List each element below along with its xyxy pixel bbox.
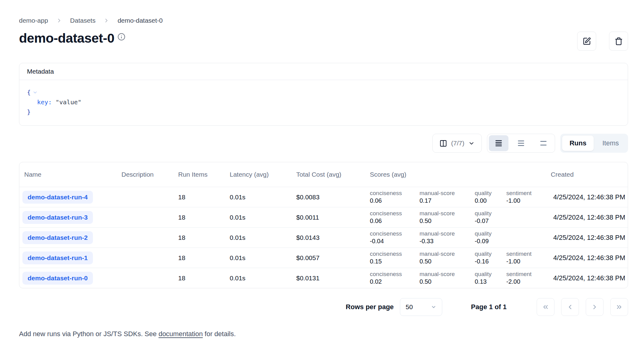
breadcrumb-item-datasets[interactable]: Datasets xyxy=(70,17,96,24)
chevrons-right-icon xyxy=(615,303,623,311)
column-header-latency: Latency (avg) xyxy=(225,171,291,178)
total-cost-cell: $0.0083 xyxy=(291,194,365,201)
info-icon[interactable] xyxy=(117,29,125,36)
column-header-created: Created xyxy=(546,171,628,178)
page-indicator: Page 1 of 1 xyxy=(471,303,507,311)
edit-pencil-icon xyxy=(583,37,591,45)
json-value: "value" xyxy=(56,98,81,106)
dataset-detail-page: demo-app Datasets demo-dataset-0 demo-da… xyxy=(0,0,644,357)
latency-cell: 0.01s xyxy=(225,194,291,201)
documentation-link[interactable]: documentation xyxy=(159,330,203,338)
chevron-right-icon xyxy=(56,17,62,24)
rows-dense-icon xyxy=(495,139,503,147)
run-items-cell: 18 xyxy=(173,274,225,282)
table-row: demo-dataset-run-1 18 0.01s $0.0057 conc… xyxy=(19,248,628,268)
next-page-button[interactable] xyxy=(586,298,604,316)
column-header-description: Description xyxy=(117,171,173,178)
column-header-run-items: Run Items xyxy=(173,171,225,178)
columns-icon xyxy=(439,140,447,147)
rows-medium-icon xyxy=(517,139,525,147)
sdk-hint-text: for details. xyxy=(203,330,236,338)
table-header-row: Name Description Run Items Latency (avg)… xyxy=(19,162,628,187)
latency-cell: 0.01s xyxy=(225,234,291,241)
first-page-button[interactable] xyxy=(537,298,554,316)
row-height-toggle-group xyxy=(487,134,555,153)
sdk-hint-text: Add new runs via Python or JS/TS SDKs. S… xyxy=(19,330,159,338)
page-title: demo-dataset-0 xyxy=(19,30,125,46)
json-line-close: } xyxy=(27,107,620,117)
breadcrumb-item-project[interactable]: demo-app xyxy=(19,17,48,24)
metadata-json-viewer: { key: "value" } xyxy=(19,80,628,125)
sdk-hint: Add new runs via Python or JS/TS SDKs. S… xyxy=(19,330,628,338)
column-visibility-button[interactable]: (7/7) xyxy=(432,134,482,153)
table-row: demo-dataset-run-4 18 0.01s $0.0083 conc… xyxy=(19,187,628,207)
rows-per-page-select[interactable]: 50 xyxy=(400,298,442,316)
run-link[interactable]: demo-dataset-run-3 xyxy=(22,211,93,224)
created-cell: 4/25/2024, 12:46:38 PM xyxy=(546,213,628,221)
scores-cell: conciseness-0.04 manual-score-0.33 quali… xyxy=(365,230,546,245)
json-key: key: xyxy=(37,98,52,106)
total-cost-cell: $0.0057 xyxy=(291,254,365,262)
chevron-down-icon xyxy=(468,140,475,147)
run-link[interactable]: demo-dataset-run-2 xyxy=(22,231,93,244)
run-link[interactable]: demo-dataset-run-1 xyxy=(22,251,93,264)
title-row: demo-dataset-0 xyxy=(19,30,628,51)
runs-items-tab-group: Runs Items xyxy=(560,134,628,153)
json-open-brace: { xyxy=(27,89,31,96)
created-cell: 4/25/2024, 12:46:38 PM xyxy=(546,254,628,262)
table-row: demo-dataset-run-0 18 0.01s $0.0131 conc… xyxy=(19,268,628,288)
tab-items[interactable]: Items xyxy=(595,136,626,151)
total-cost-cell: $0.0143 xyxy=(291,234,365,241)
run-items-cell: 18 xyxy=(173,254,225,262)
table-row: demo-dataset-run-3 18 0.01s $0.0011 conc… xyxy=(19,207,628,227)
column-visibility-count: (7/7) xyxy=(451,140,464,147)
table-row: demo-dataset-run-2 18 0.01s $0.0143 conc… xyxy=(19,227,628,248)
delete-dataset-button[interactable] xyxy=(609,32,628,51)
chevron-right-icon xyxy=(103,17,109,24)
latency-cell: 0.01s xyxy=(225,254,291,262)
page-actions xyxy=(577,32,628,51)
column-header-scores: Scores (avg) xyxy=(365,171,546,178)
scores-cell: conciseness0.02 manual-score0.50 quality… xyxy=(365,271,546,286)
metadata-card: Metadata { key: "value" } xyxy=(19,63,628,126)
row-height-medium-button[interactable] xyxy=(511,135,531,151)
created-cell: 4/25/2024, 12:46:38 PM xyxy=(546,274,628,282)
row-height-small-button[interactable] xyxy=(489,135,508,151)
json-line-entry: key: "value" xyxy=(27,97,620,107)
column-header-total-cost: Total Cost (avg) xyxy=(291,171,365,178)
total-cost-cell: $0.0131 xyxy=(291,274,365,282)
breadcrumb-item-current[interactable]: demo-dataset-0 xyxy=(117,17,163,24)
run-items-cell: 18 xyxy=(173,234,225,241)
run-items-cell: 18 xyxy=(173,214,225,221)
edit-dataset-button[interactable] xyxy=(577,32,596,51)
column-header-name: Name xyxy=(19,171,117,178)
created-cell: 4/25/2024, 12:46:38 PM xyxy=(546,193,628,201)
run-link[interactable]: demo-dataset-run-4 xyxy=(22,191,93,204)
scores-cell: conciseness0.15 manual-score0.50 quality… xyxy=(365,250,546,265)
runs-table: Name Description Run Items Latency (avg)… xyxy=(19,162,628,288)
scores-cell: conciseness0.06 manual-score0.50 quality… xyxy=(365,210,546,225)
chevron-left-icon xyxy=(566,303,574,311)
row-height-large-button[interactable] xyxy=(534,135,553,151)
json-line-open: { xyxy=(27,87,620,97)
json-collapse-chevron-icon[interactable] xyxy=(33,90,38,95)
rows-loose-icon xyxy=(539,139,547,147)
created-cell: 4/25/2024, 12:46:38 PM xyxy=(546,234,628,242)
breadcrumb: demo-app Datasets demo-dataset-0 xyxy=(19,17,628,24)
chevron-down-icon xyxy=(431,304,436,310)
json-close-brace: } xyxy=(27,108,31,116)
pager-buttons xyxy=(537,298,628,316)
trash-icon xyxy=(615,37,623,45)
tab-runs[interactable]: Runs xyxy=(562,136,594,151)
latency-cell: 0.01s xyxy=(225,214,291,221)
metadata-card-title: Metadata xyxy=(19,63,628,80)
scores-cell: conciseness0.06 manual-score0.17 quality… xyxy=(365,190,546,205)
latency-cell: 0.01s xyxy=(225,274,291,282)
run-link[interactable]: demo-dataset-run-0 xyxy=(22,272,93,285)
rows-per-page-label: Rows per page xyxy=(346,303,393,311)
rows-per-page-value: 50 xyxy=(406,303,413,311)
last-page-button[interactable] xyxy=(610,298,628,316)
chevron-right-icon xyxy=(591,303,598,311)
table-toolbar: (7/7) Runs Items xyxy=(19,134,628,153)
previous-page-button[interactable] xyxy=(561,298,579,316)
